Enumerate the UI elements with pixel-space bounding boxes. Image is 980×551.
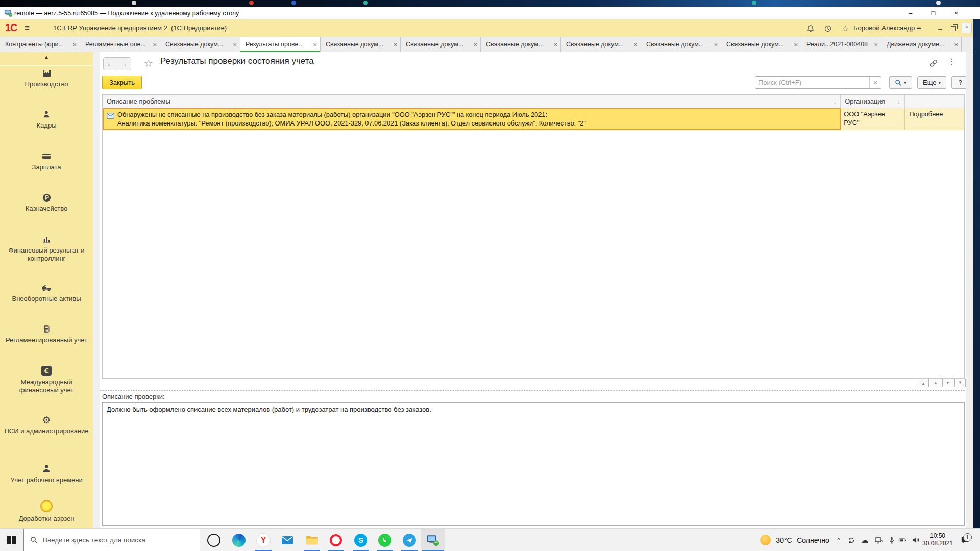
close-form-button[interactable]: Закрыть [102,76,142,89]
tab-dvizheniya-dokumenta[interactable]: Движения докуме...× [881,37,962,52]
taskbar-search [23,529,200,551]
sync-icon[interactable] [845,529,857,551]
tab-svyazannye-dokumenty-7[interactable]: Связанные докум...× [721,37,801,52]
taskbar-app-skype[interactable]: S [349,529,373,551]
tab-close-icon[interactable]: × [473,41,477,48]
tab-close-icon[interactable]: × [233,41,237,48]
get-link-icon[interactable] [929,59,938,68]
rdp-close-button[interactable]: × [945,7,968,19]
tray-expand-icon[interactable]: ^ [833,529,844,551]
search-settings-button[interactable]: ▾ [889,76,912,89]
battery-icon[interactable] [896,529,910,551]
tab-close-icon[interactable]: × [874,41,878,48]
tab-svyazannye-dokumenty-3[interactable]: Связанные докум...× [401,37,481,52]
tab-reglamentnye-operacii[interactable]: Регламентные опе...× [80,37,160,52]
tab-close-icon[interactable]: × [313,41,317,48]
app-restore-icon[interactable] [948,23,959,34]
onedrive-cloud-icon[interactable]: ☁ [859,529,871,551]
tab-kontragenty[interactable]: Контрагенты (юри...× [0,37,80,52]
tab-close-icon[interactable]: × [954,41,958,48]
details-link[interactable]: Подробнее [909,110,943,118]
scroll-to-bottom-button[interactable]: ▼ [954,379,966,387]
sidebar-scroll-up-icon[interactable]: ▲ [0,54,93,60]
main-scrollbar[interactable] [966,52,973,528]
tab-svyazannye-dokumenty-4[interactable]: Связанные докум...× [481,37,561,52]
network-icon[interactable] [872,529,885,551]
sidebar-scrollbar[interactable] [93,52,101,528]
start-button[interactable] [0,529,23,551]
weather-condition[interactable]: Солнечно [795,529,831,551]
sidebar-item-mezhdunarodny-uchet[interactable]: € Международный финансовый учет [0,365,93,394]
scroll-down-button[interactable]: ▼ [942,379,953,387]
sidebar-item-uchet-rabochego-vremeni[interactable]: Учет рабочего времени [0,463,93,484]
tab-close-icon[interactable]: × [72,41,77,48]
tab-close-icon[interactable]: × [393,41,397,48]
column-header-description[interactable]: Описание проблемы ↓ [103,95,841,108]
tab-close-icon[interactable]: × [714,41,718,48]
taskbar-app-mail[interactable] [276,529,299,551]
rdp-minimize-button[interactable]: – [899,7,922,19]
tab-close-icon[interactable]: × [633,41,638,48]
more-menu-button[interactable]: Еще ▾ [917,76,946,89]
taskbar-app-explorer[interactable] [300,529,324,551]
sidebar-item-vneoborotnye-aktivy[interactable]: Внеоборотные активы [0,282,93,303]
sidebar-item-kadry[interactable]: Кадры [0,109,93,130]
tab-close-icon[interactable]: × [794,41,798,48]
main-menu-icon[interactable]: ≡ [24,19,30,37]
sidebar-item-proizvodstvo[interactable]: Производство [0,67,93,88]
search-input[interactable] [755,79,869,86]
organization-cell[interactable]: ООО "Аэрзен РУС" [841,108,905,130]
taskbar-app-yandex[interactable]: Y [252,529,275,551]
scroll-up-chip[interactable]: ^ [962,23,972,33]
tab-realizatsiya[interactable]: Реали...2021-000408× [801,37,881,52]
calculator-icon [0,323,93,335]
rdp-window-controls: – □ × [899,7,968,19]
tab-svyazannye-dokumenty-5[interactable]: Связанные докум...× [561,37,641,52]
favorite-star-icon[interactable]: ☆ [144,57,153,69]
taskbar-clock[interactable]: 10:50 30.08.2021 [922,529,953,551]
column-header-details[interactable] [905,95,964,108]
tab-close-icon[interactable]: × [553,41,557,48]
service-menu-icon[interactable]: ≡ [914,23,924,34]
sidebar-item-reglamentirovanny-uchet[interactable]: Регламентированный учет [0,323,93,344]
sidebar-item-dorabotki-aerzen[interactable]: Доработки аэрзен [0,499,93,523]
tab-svyazannye-dokumenty-2[interactable]: Связанные докум...× [321,37,401,52]
table-row[interactable]: Обнаружены не списанные на производство … [103,108,964,130]
taskbar-app-edge[interactable] [227,529,251,551]
history-icon[interactable] [823,23,833,34]
taskbar-app-whatsapp[interactable] [373,529,397,551]
more-actions-kebab-icon[interactable]: ⋮ [947,57,955,66]
weather-sun-icon[interactable] [758,529,772,551]
sidebar-item-kaznacheystvo[interactable]: Казначейство [0,192,93,213]
app-minimize-icon[interactable]: – [935,23,945,34]
column-header-organization[interactable]: Организация ↓ [841,95,905,108]
taskbar-app-cortana[interactable] [202,529,226,551]
taskbar-app-rdp[interactable] [421,529,445,551]
tab-svyazannye-dokumenty-6[interactable]: Связанные докум...× [641,37,721,52]
notification-center[interactable]: 1 [955,529,974,551]
rdp-maximize-button[interactable]: □ [922,7,945,19]
scroll-to-top-button[interactable]: ▲ [918,379,929,387]
notifications-bell-icon[interactable] [805,23,816,34]
check-description-box[interactable]: Должно быть оформлено списание всех мате… [102,402,965,526]
taskbar-search-input[interactable] [42,536,200,544]
sidebar-item-finansovyi-rezultat[interactable]: Финансовый результат и контроллинг [0,234,93,263]
forward-button[interactable]: → [117,58,131,70]
sidebar-item-zarplata[interactable]: Зарплата [0,151,93,171]
scroll-up-button[interactable]: ▲ [930,379,941,387]
taskbar-app-opera[interactable] [324,529,348,551]
search-clear-icon[interactable]: × [869,77,881,88]
favorites-star-icon[interactable]: ☆ [840,23,850,34]
tab-svyazannye-dokumenty-1[interactable]: Связанные докум...× [160,37,240,52]
tab-close-icon[interactable]: × [153,41,157,48]
weather-temperature[interactable]: 30°C [773,529,795,551]
tab-rezultaty-proverki[interactable]: Результаты прове...× [240,37,321,52]
speaker-icon[interactable] [910,529,922,551]
back-button[interactable]: ← [104,58,117,70]
taskbar: Y S 30°C Солне [0,528,980,551]
current-user[interactable]: Боровой Александр [853,19,915,37]
microphone-icon[interactable] [886,529,897,551]
sidebar-item-nsi-administrirovanie[interactable]: ⚙ НСИ и администрирование [0,414,93,435]
taskbar-app-telegram[interactable] [398,529,421,551]
problem-description-cell[interactable]: Обнаружены не списанные на производство … [103,108,841,130]
